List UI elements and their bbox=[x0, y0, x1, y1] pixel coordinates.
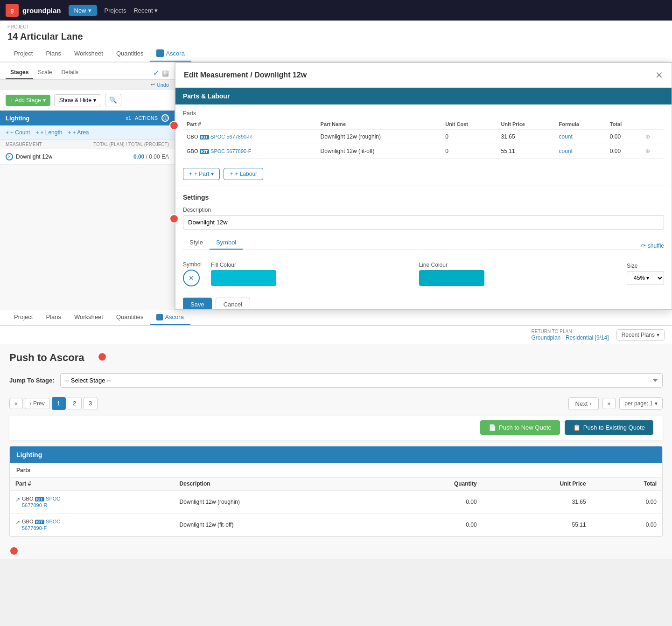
add-length-link[interactable]: + + Length bbox=[35, 129, 62, 136]
tab-quantities[interactable]: Quantities bbox=[110, 46, 150, 62]
jump-select[interactable]: -- Select Stage -- bbox=[60, 373, 663, 388]
page-2-button[interactable]: 2 bbox=[68, 397, 82, 410]
fill-colour-picker[interactable] bbox=[211, 270, 276, 286]
external-link-icon-1[interactable]: ↗ bbox=[15, 496, 20, 503]
add-labour-button[interactable]: + + Labour bbox=[224, 168, 263, 180]
line-colour-picker[interactable] bbox=[419, 270, 484, 286]
red-dot-1 bbox=[169, 121, 179, 130]
shuffle-button[interactable]: ⟳ shuffle bbox=[641, 243, 664, 249]
search-button[interactable]: 🔍 bbox=[105, 94, 121, 106]
tab-ascora[interactable]: Ascora bbox=[150, 46, 191, 62]
stage-actions: x1 ACTIONS ⓘ bbox=[126, 114, 169, 122]
bottom-section: Project Plans Worksheet Quantities Ascor… bbox=[0, 310, 672, 559]
external-link-icon-2[interactable]: ↗ bbox=[15, 519, 20, 526]
add-count-link[interactable]: + + Count bbox=[6, 129, 30, 136]
parts-labour-header: Parts & Labour bbox=[175, 88, 672, 104]
page-right-controls: Next › » per page: 1 ▾ bbox=[568, 397, 663, 410]
description-label: Description bbox=[183, 207, 664, 213]
fill-colour-col: Fill Colour bbox=[211, 262, 410, 286]
bottom-tab-plans[interactable]: Plans bbox=[39, 310, 68, 325]
project-tabs: Project Plans Worksheet Quantities Ascor… bbox=[0, 46, 672, 62]
recent-link[interactable]: Recent ▾ bbox=[133, 7, 158, 14]
top-nav: g groundplan New ▾ Projects Recent ▾ bbox=[0, 0, 672, 21]
sub-tab-details[interactable]: Details bbox=[56, 66, 83, 79]
modal-close-button[interactable]: ✕ bbox=[655, 70, 663, 81]
expand-cell: ⊕ bbox=[642, 144, 664, 159]
red-dot-2 bbox=[169, 214, 179, 223]
cancel-button[interactable]: Cancel bbox=[216, 298, 250, 310]
check-icon: ✓ bbox=[153, 69, 159, 77]
page-1-button[interactable]: 1 bbox=[52, 397, 66, 410]
parts-action-btns: + + Part ▾ + + Labour bbox=[175, 164, 672, 186]
unit-cost-cell: 0 bbox=[441, 129, 497, 144]
symbol-col: Symbol ✕ bbox=[183, 261, 202, 286]
push-new-quote-button[interactable]: 📄 Push to New Quote bbox=[480, 420, 560, 435]
page-3-button[interactable]: 3 bbox=[84, 397, 98, 410]
bottom-tab-quantities[interactable]: Quantities bbox=[110, 310, 150, 325]
col-actions bbox=[642, 119, 664, 129]
red-dot-4 bbox=[9, 546, 19, 556]
jump-to-stage: Jump To Stage: -- Select Stage -- bbox=[0, 369, 672, 393]
measurement-symbol-icon: ✕ bbox=[6, 153, 13, 160]
push-action-bar: 📄 Push to New Quote 📋 Push to Existing Q… bbox=[9, 416, 663, 440]
page-nav: « ‹ Prev 1 2 3 bbox=[9, 397, 98, 410]
save-button[interactable]: Save bbox=[183, 298, 212, 310]
return-plan-link[interactable]: Groundplan - Residential [9/14] bbox=[532, 334, 609, 341]
first-page-button[interactable]: « bbox=[9, 398, 23, 409]
table-row: GBO KIT SPOC 5677890-R Downlight 12w (ro… bbox=[183, 129, 664, 144]
next-button[interactable]: Next › bbox=[568, 397, 599, 410]
sidebar-toolbar: + Add Stage ▾ Show & Hide ▾ 🔍 bbox=[0, 90, 175, 111]
bottom-desc-2: Downlight 12w (fit-off) bbox=[174, 514, 384, 536]
calendar-icon: ▦ bbox=[162, 69, 169, 77]
style-tab-symbol[interactable]: Symbol bbox=[210, 236, 243, 250]
show-hide-button[interactable]: Show & Hide ▾ bbox=[54, 94, 101, 106]
sidebar: Stages Scale Details ✓ ▦ ↩ Undo + Add St… bbox=[0, 63, 175, 310]
sidebar-sub-tabs: Stages Scale Details ✓ ▦ bbox=[0, 63, 175, 80]
bottom-tabs-wrapper: Project Plans Worksheet Quantities Ascor… bbox=[0, 310, 672, 326]
bottom-tab-project[interactable]: Project bbox=[7, 310, 39, 325]
formula-cell: count bbox=[555, 144, 606, 159]
add-stage-button[interactable]: + Add Stage ▾ bbox=[6, 95, 50, 106]
push-existing-quote-button[interactable]: 📋 Push to Existing Quote bbox=[565, 420, 653, 435]
tab-worksheet[interactable]: Worksheet bbox=[68, 46, 110, 62]
bottom-total-1: 0.00 bbox=[592, 490, 662, 514]
tab-project[interactable]: Project bbox=[7, 46, 39, 62]
new-button[interactable]: New ▾ bbox=[69, 5, 97, 16]
part-num-cell: GBO KIT SPOC 5677890-R bbox=[183, 129, 317, 144]
last-page-button[interactable]: » bbox=[602, 398, 616, 409]
bottom-nav-right: RETURN TO PLAN Groundplan - Residential … bbox=[532, 329, 665, 341]
undo-bar: ↩ Undo bbox=[0, 80, 175, 90]
per-page-button[interactable]: per page: 1 ▾ bbox=[619, 397, 663, 410]
bottom-tab-ascora[interactable]: Ascora bbox=[150, 310, 190, 325]
bottom-table-row: ↗ GBO KIT SPOC 5677890-R Downlight 12w (… bbox=[10, 490, 662, 514]
bottom-price-1: 31.65 bbox=[483, 490, 592, 514]
bottom-tab-worksheet[interactable]: Worksheet bbox=[68, 310, 110, 325]
sub-tab-stages[interactable]: Stages bbox=[6, 66, 33, 79]
measurement-name: ✕ Downlight 12w bbox=[6, 153, 52, 160]
undo-label[interactable]: Undo bbox=[157, 82, 169, 88]
add-part-button[interactable]: + + Part ▾ bbox=[183, 168, 220, 180]
prev-page-button[interactable]: ‹ Prev bbox=[25, 398, 50, 409]
add-area-link[interactable]: + + Area bbox=[68, 129, 89, 136]
style-tab-style[interactable]: Style bbox=[183, 236, 210, 250]
description-input[interactable] bbox=[183, 215, 664, 230]
stage-group-lighting: Lighting x1 ACTIONS ⓘ bbox=[0, 111, 175, 125]
tab-plans[interactable]: Plans bbox=[39, 46, 68, 62]
part-name-cell: Downlight 12w (fit-off) bbox=[317, 144, 442, 159]
kit-badge: KIT bbox=[200, 149, 210, 154]
symbol-config: Symbol ✕ Fill Colour Line Colour Size bbox=[183, 256, 664, 292]
sub-tab-scale[interactable]: Scale bbox=[33, 66, 56, 79]
bottom-total-2: 0.00 bbox=[592, 514, 662, 536]
size-select[interactable]: 45% ▾ bbox=[627, 271, 664, 285]
parts-label: Parts bbox=[183, 110, 664, 117]
recent-plans-button[interactable]: Recent Plans ▾ bbox=[616, 329, 665, 341]
settings-title: Settings bbox=[183, 194, 664, 201]
bottom-col-part: Part # bbox=[10, 478, 174, 490]
parts-table: Part # Part Name Unit Cost Unit Price Fo… bbox=[183, 119, 664, 159]
col-unit-price: Unit Price bbox=[497, 119, 555, 129]
projects-link[interactable]: Projects bbox=[105, 7, 126, 14]
actions-circle-icon[interactable]: ⓘ bbox=[161, 114, 169, 122]
modal-overlay: Edit Measurement / Downlight 12w ✕ Parts… bbox=[175, 63, 672, 310]
push-title: Push to Ascora bbox=[9, 344, 94, 369]
jump-label: Jump To Stage: bbox=[9, 377, 55, 384]
